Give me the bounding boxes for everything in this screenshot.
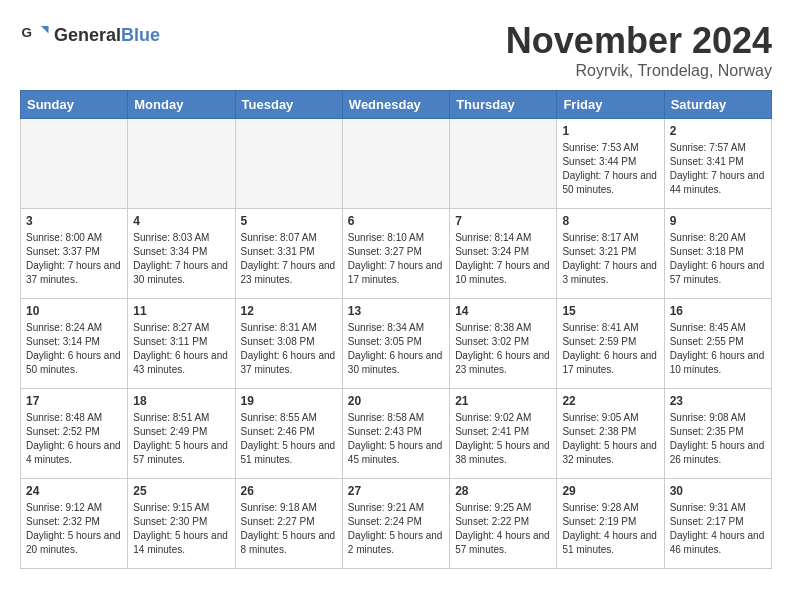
calendar-cell: 15Sunrise: 8:41 AM Sunset: 2:59 PM Dayli… <box>557 299 664 389</box>
calendar-cell: 12Sunrise: 8:31 AM Sunset: 3:08 PM Dayli… <box>235 299 342 389</box>
calendar-cell <box>21 119 128 209</box>
day-number: 9 <box>670 214 766 228</box>
calendar-cell <box>450 119 557 209</box>
calendar-cell: 26Sunrise: 9:18 AM Sunset: 2:27 PM Dayli… <box>235 479 342 569</box>
day-info: Sunrise: 8:03 AM Sunset: 3:34 PM Dayligh… <box>133 231 229 287</box>
column-header-thursday: Thursday <box>450 91 557 119</box>
day-number: 26 <box>241 484 337 498</box>
day-number: 12 <box>241 304 337 318</box>
day-number: 20 <box>348 394 444 408</box>
day-number: 5 <box>241 214 337 228</box>
day-number: 4 <box>133 214 229 228</box>
day-number: 19 <box>241 394 337 408</box>
calendar-cell: 29Sunrise: 9:28 AM Sunset: 2:19 PM Dayli… <box>557 479 664 569</box>
calendar-cell: 20Sunrise: 8:58 AM Sunset: 2:43 PM Dayli… <box>342 389 449 479</box>
day-info: Sunrise: 9:02 AM Sunset: 2:41 PM Dayligh… <box>455 411 551 467</box>
svg-marker-1 <box>41 26 49 34</box>
calendar-cell: 28Sunrise: 9:25 AM Sunset: 2:22 PM Dayli… <box>450 479 557 569</box>
day-number: 7 <box>455 214 551 228</box>
calendar-cell: 21Sunrise: 9:02 AM Sunset: 2:41 PM Dayli… <box>450 389 557 479</box>
calendar-cell: 7Sunrise: 8:14 AM Sunset: 3:24 PM Daylig… <box>450 209 557 299</box>
day-number: 3 <box>26 214 122 228</box>
day-info: Sunrise: 9:18 AM Sunset: 2:27 PM Dayligh… <box>241 501 337 557</box>
day-number: 17 <box>26 394 122 408</box>
svg-text:G: G <box>22 25 33 40</box>
week-row-3: 10Sunrise: 8:24 AM Sunset: 3:14 PM Dayli… <box>21 299 772 389</box>
week-row-1: 1Sunrise: 7:53 AM Sunset: 3:44 PM Daylig… <box>21 119 772 209</box>
day-number: 2 <box>670 124 766 138</box>
calendar-cell: 5Sunrise: 8:07 AM Sunset: 3:31 PM Daylig… <box>235 209 342 299</box>
day-info: Sunrise: 8:48 AM Sunset: 2:52 PM Dayligh… <box>26 411 122 467</box>
day-info: Sunrise: 9:12 AM Sunset: 2:32 PM Dayligh… <box>26 501 122 557</box>
column-header-monday: Monday <box>128 91 235 119</box>
calendar-cell: 2Sunrise: 7:57 AM Sunset: 3:41 PM Daylig… <box>664 119 771 209</box>
day-number: 27 <box>348 484 444 498</box>
day-info: Sunrise: 8:00 AM Sunset: 3:37 PM Dayligh… <box>26 231 122 287</box>
calendar-cell: 30Sunrise: 9:31 AM Sunset: 2:17 PM Dayli… <box>664 479 771 569</box>
calendar-cell: 3Sunrise: 8:00 AM Sunset: 3:37 PM Daylig… <box>21 209 128 299</box>
calendar-cell: 24Sunrise: 9:12 AM Sunset: 2:32 PM Dayli… <box>21 479 128 569</box>
column-header-friday: Friday <box>557 91 664 119</box>
day-number: 15 <box>562 304 658 318</box>
day-number: 10 <box>26 304 122 318</box>
day-info: Sunrise: 9:15 AM Sunset: 2:30 PM Dayligh… <box>133 501 229 557</box>
column-header-saturday: Saturday <box>664 91 771 119</box>
logo-icon: G <box>20 20 50 50</box>
main-title: November 2024 <box>506 20 772 62</box>
calendar-cell: 11Sunrise: 8:27 AM Sunset: 3:11 PM Dayli… <box>128 299 235 389</box>
day-info: Sunrise: 8:51 AM Sunset: 2:49 PM Dayligh… <box>133 411 229 467</box>
calendar-cell: 22Sunrise: 9:05 AM Sunset: 2:38 PM Dayli… <box>557 389 664 479</box>
day-number: 14 <box>455 304 551 318</box>
day-number: 22 <box>562 394 658 408</box>
calendar-table: SundayMondayTuesdayWednesdayThursdayFrid… <box>20 90 772 569</box>
subtitle: Royrvik, Trondelag, Norway <box>506 62 772 80</box>
week-row-5: 24Sunrise: 9:12 AM Sunset: 2:32 PM Dayli… <box>21 479 772 569</box>
calendar-cell: 16Sunrise: 8:45 AM Sunset: 2:55 PM Dayli… <box>664 299 771 389</box>
calendar-cell <box>128 119 235 209</box>
day-number: 24 <box>26 484 122 498</box>
day-number: 18 <box>133 394 229 408</box>
week-row-4: 17Sunrise: 8:48 AM Sunset: 2:52 PM Dayli… <box>21 389 772 479</box>
calendar-cell <box>342 119 449 209</box>
day-info: Sunrise: 8:55 AM Sunset: 2:46 PM Dayligh… <box>241 411 337 467</box>
day-info: Sunrise: 8:27 AM Sunset: 3:11 PM Dayligh… <box>133 321 229 377</box>
calendar-cell: 9Sunrise: 8:20 AM Sunset: 3:18 PM Daylig… <box>664 209 771 299</box>
day-info: Sunrise: 9:31 AM Sunset: 2:17 PM Dayligh… <box>670 501 766 557</box>
day-info: Sunrise: 9:25 AM Sunset: 2:22 PM Dayligh… <box>455 501 551 557</box>
day-info: Sunrise: 8:10 AM Sunset: 3:27 PM Dayligh… <box>348 231 444 287</box>
calendar-cell: 25Sunrise: 9:15 AM Sunset: 2:30 PM Dayli… <box>128 479 235 569</box>
day-info: Sunrise: 8:34 AM Sunset: 3:05 PM Dayligh… <box>348 321 444 377</box>
calendar-cell: 1Sunrise: 7:53 AM Sunset: 3:44 PM Daylig… <box>557 119 664 209</box>
day-info: Sunrise: 8:58 AM Sunset: 2:43 PM Dayligh… <box>348 411 444 467</box>
page-header: G GeneralBlue November 2024 Royrvik, Tro… <box>20 20 772 80</box>
day-info: Sunrise: 9:05 AM Sunset: 2:38 PM Dayligh… <box>562 411 658 467</box>
day-number: 30 <box>670 484 766 498</box>
column-header-tuesday: Tuesday <box>235 91 342 119</box>
day-info: Sunrise: 7:53 AM Sunset: 3:44 PM Dayligh… <box>562 141 658 197</box>
day-info: Sunrise: 8:38 AM Sunset: 3:02 PM Dayligh… <box>455 321 551 377</box>
calendar-cell: 14Sunrise: 8:38 AM Sunset: 3:02 PM Dayli… <box>450 299 557 389</box>
calendar-cell: 10Sunrise: 8:24 AM Sunset: 3:14 PM Dayli… <box>21 299 128 389</box>
calendar-cell: 23Sunrise: 9:08 AM Sunset: 2:35 PM Dayli… <box>664 389 771 479</box>
day-info: Sunrise: 8:45 AM Sunset: 2:55 PM Dayligh… <box>670 321 766 377</box>
calendar-cell: 19Sunrise: 8:55 AM Sunset: 2:46 PM Dayli… <box>235 389 342 479</box>
day-info: Sunrise: 8:31 AM Sunset: 3:08 PM Dayligh… <box>241 321 337 377</box>
logo-text-blue: Blue <box>121 25 160 45</box>
calendar-header-row: SundayMondayTuesdayWednesdayThursdayFrid… <box>21 91 772 119</box>
day-number: 11 <box>133 304 229 318</box>
day-number: 25 <box>133 484 229 498</box>
day-info: Sunrise: 9:08 AM Sunset: 2:35 PM Dayligh… <box>670 411 766 467</box>
calendar-cell: 4Sunrise: 8:03 AM Sunset: 3:34 PM Daylig… <box>128 209 235 299</box>
column-header-wednesday: Wednesday <box>342 91 449 119</box>
day-info: Sunrise: 8:14 AM Sunset: 3:24 PM Dayligh… <box>455 231 551 287</box>
logo-text-general: General <box>54 25 121 45</box>
title-section: November 2024 Royrvik, Trondelag, Norway <box>506 20 772 80</box>
day-info: Sunrise: 8:17 AM Sunset: 3:21 PM Dayligh… <box>562 231 658 287</box>
week-row-2: 3Sunrise: 8:00 AM Sunset: 3:37 PM Daylig… <box>21 209 772 299</box>
logo: G GeneralBlue <box>20 20 160 50</box>
day-number: 1 <box>562 124 658 138</box>
calendar-cell: 27Sunrise: 9:21 AM Sunset: 2:24 PM Dayli… <box>342 479 449 569</box>
day-info: Sunrise: 8:07 AM Sunset: 3:31 PM Dayligh… <box>241 231 337 287</box>
calendar-cell: 8Sunrise: 8:17 AM Sunset: 3:21 PM Daylig… <box>557 209 664 299</box>
day-number: 28 <box>455 484 551 498</box>
